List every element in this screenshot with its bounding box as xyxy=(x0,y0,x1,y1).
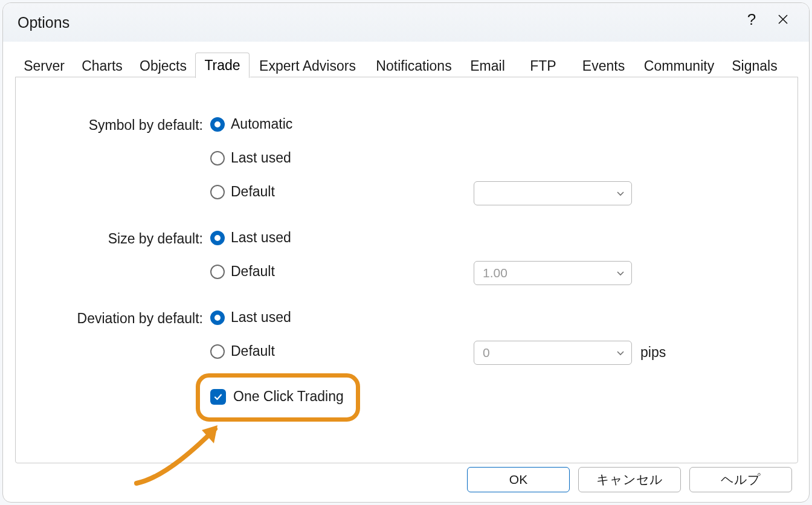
combo-size-default[interactable]: 1.00 xyxy=(474,261,632,285)
symbol-label: Symbol by default: xyxy=(52,117,203,133)
tab-trade[interactable]: Trade xyxy=(195,53,250,78)
radio-size-last-used[interactable]: Last used xyxy=(210,230,291,246)
radio-deviation-last-used[interactable]: Last used xyxy=(210,309,291,326)
tab-objects[interactable]: Objects xyxy=(131,54,195,78)
close-icon[interactable] xyxy=(767,3,799,36)
radio-size-default[interactable]: Default xyxy=(210,263,275,280)
combo-value: 1.00 xyxy=(483,266,507,280)
tab-community[interactable]: Community xyxy=(634,54,724,78)
radio-label: Last used xyxy=(231,230,291,246)
tab-notifications[interactable]: Notifications xyxy=(366,54,462,78)
deviation-suffix: pips xyxy=(640,344,666,361)
radio-label: Last used xyxy=(231,150,291,166)
tab-events[interactable]: Events xyxy=(573,54,634,78)
radio-label: Last used xyxy=(231,309,291,326)
radio-icon xyxy=(210,310,225,325)
combo-value: 0 xyxy=(483,346,490,360)
deviation-label: Deviation by default: xyxy=(52,310,203,327)
size-label: Size by default: xyxy=(52,231,203,247)
radio-icon xyxy=(210,231,225,245)
tab-email[interactable]: Email xyxy=(462,54,513,78)
tab-expert-advisors[interactable]: Expert Advisors xyxy=(250,54,366,78)
radio-icon xyxy=(210,265,225,279)
chevron-down-icon xyxy=(616,188,625,198)
checkbox-one-click-trading[interactable]: One Click Trading xyxy=(210,388,344,405)
help-button[interactable]: ヘルプ xyxy=(689,467,792,492)
tab-ftp[interactable]: FTP xyxy=(513,54,573,78)
help-icon[interactable]: ? xyxy=(735,3,768,36)
radio-label: Default xyxy=(231,343,275,359)
ok-button[interactable]: OK xyxy=(467,467,570,492)
button-bar: OK キャンセル ヘルプ xyxy=(3,457,809,502)
tab-charts[interactable]: Charts xyxy=(73,54,131,78)
titlebar: Options ? xyxy=(3,3,809,42)
combo-deviation-default[interactable]: 0 xyxy=(474,341,632,365)
radio-icon xyxy=(210,344,225,359)
trade-panel: Symbol by default: Automatic Last used D… xyxy=(15,77,798,463)
cancel-button[interactable]: キャンセル xyxy=(578,467,681,492)
radio-symbol-automatic[interactable]: Automatic xyxy=(210,116,292,132)
radio-icon xyxy=(210,151,225,166)
radio-label: Default xyxy=(231,184,275,200)
radio-label: Default xyxy=(231,263,275,280)
radio-symbol-last-used[interactable]: Last used xyxy=(210,150,291,166)
combo-symbol-default[interactable] xyxy=(474,181,632,205)
radio-deviation-default[interactable]: Default xyxy=(210,343,275,359)
checkbox-icon xyxy=(210,389,226,405)
radio-icon xyxy=(210,185,225,199)
checkbox-label: One Click Trading xyxy=(233,388,344,405)
radio-symbol-default[interactable]: Default xyxy=(210,184,275,200)
radio-label: Automatic xyxy=(231,116,292,132)
tab-server[interactable]: Server xyxy=(15,54,73,78)
radio-icon xyxy=(210,117,225,132)
window-title: Options xyxy=(18,14,69,31)
chevron-down-icon xyxy=(616,348,625,358)
tabstrip: Server Charts Objects Trade Expert Advis… xyxy=(15,53,798,79)
chevron-down-icon xyxy=(616,268,625,278)
tab-signals[interactable]: Signals xyxy=(724,54,785,78)
options-dialog: Options ? Server Charts Objects Trade Ex… xyxy=(2,2,810,503)
